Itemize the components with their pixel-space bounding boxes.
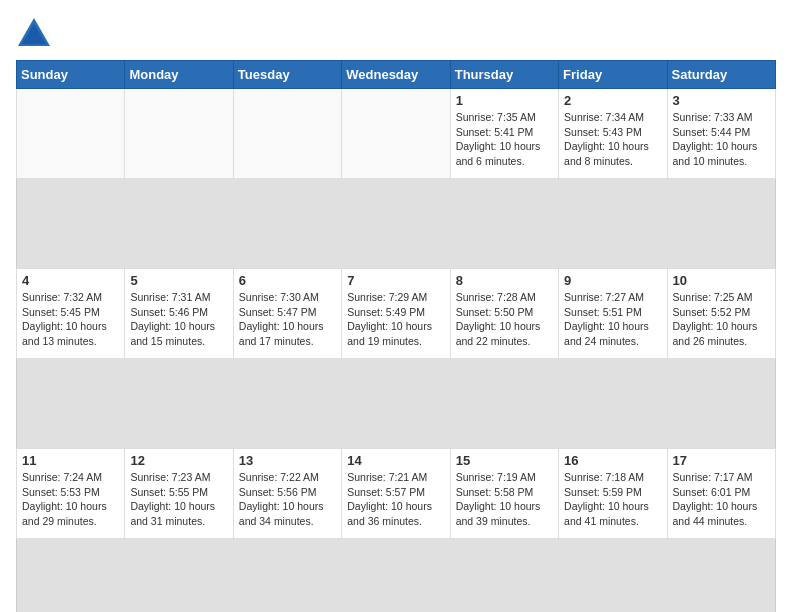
day-number: 6 xyxy=(239,273,336,288)
calendar-day-cell: 15Sunrise: 7:19 AM Sunset: 5:58 PM Dayli… xyxy=(450,449,558,539)
day-header-friday: Friday xyxy=(559,61,667,89)
day-info: Sunrise: 7:27 AM Sunset: 5:51 PM Dayligh… xyxy=(564,290,661,349)
calendar-day-cell: 4Sunrise: 7:32 AM Sunset: 5:45 PM Daylig… xyxy=(17,269,125,359)
calendar-day-cell: 11Sunrise: 7:24 AM Sunset: 5:53 PM Dayli… xyxy=(17,449,125,539)
day-number: 9 xyxy=(564,273,661,288)
calendar-table: SundayMondayTuesdayWednesdayThursdayFrid… xyxy=(16,60,776,612)
day-number: 8 xyxy=(456,273,553,288)
day-number: 1 xyxy=(456,93,553,108)
calendar-day-cell: 14Sunrise: 7:21 AM Sunset: 5:57 PM Dayli… xyxy=(342,449,450,539)
day-number: 7 xyxy=(347,273,444,288)
day-number: 15 xyxy=(456,453,553,468)
day-info: Sunrise: 7:24 AM Sunset: 5:53 PM Dayligh… xyxy=(22,470,119,529)
calendar-day-cell: 9Sunrise: 7:27 AM Sunset: 5:51 PM Daylig… xyxy=(559,269,667,359)
day-header-monday: Monday xyxy=(125,61,233,89)
calendar-week-row: 11Sunrise: 7:24 AM Sunset: 5:53 PM Dayli… xyxy=(17,449,776,539)
day-number: 10 xyxy=(673,273,770,288)
day-info: Sunrise: 7:25 AM Sunset: 5:52 PM Dayligh… xyxy=(673,290,770,349)
week-separator xyxy=(17,179,776,269)
calendar-day-cell xyxy=(233,89,341,179)
day-header-thursday: Thursday xyxy=(450,61,558,89)
day-number: 11 xyxy=(22,453,119,468)
day-info: Sunrise: 7:22 AM Sunset: 5:56 PM Dayligh… xyxy=(239,470,336,529)
calendar-day-cell: 6Sunrise: 7:30 AM Sunset: 5:47 PM Daylig… xyxy=(233,269,341,359)
day-info: Sunrise: 7:33 AM Sunset: 5:44 PM Dayligh… xyxy=(673,110,770,169)
week-separator xyxy=(17,539,776,613)
day-number: 5 xyxy=(130,273,227,288)
day-header-tuesday: Tuesday xyxy=(233,61,341,89)
calendar-day-cell xyxy=(342,89,450,179)
day-info: Sunrise: 7:17 AM Sunset: 6:01 PM Dayligh… xyxy=(673,470,770,529)
day-info: Sunrise: 7:32 AM Sunset: 5:45 PM Dayligh… xyxy=(22,290,119,349)
calendar-day-cell: 8Sunrise: 7:28 AM Sunset: 5:50 PM Daylig… xyxy=(450,269,558,359)
day-info: Sunrise: 7:18 AM Sunset: 5:59 PM Dayligh… xyxy=(564,470,661,529)
day-header-sunday: Sunday xyxy=(17,61,125,89)
day-number: 3 xyxy=(673,93,770,108)
calendar-day-cell: 7Sunrise: 7:29 AM Sunset: 5:49 PM Daylig… xyxy=(342,269,450,359)
day-header-saturday: Saturday xyxy=(667,61,775,89)
calendar-day-cell: 10Sunrise: 7:25 AM Sunset: 5:52 PM Dayli… xyxy=(667,269,775,359)
day-info: Sunrise: 7:30 AM Sunset: 5:47 PM Dayligh… xyxy=(239,290,336,349)
day-number: 16 xyxy=(564,453,661,468)
day-info: Sunrise: 7:28 AM Sunset: 5:50 PM Dayligh… xyxy=(456,290,553,349)
calendar-day-cell: 3Sunrise: 7:33 AM Sunset: 5:44 PM Daylig… xyxy=(667,89,775,179)
calendar-week-row: 1Sunrise: 7:35 AM Sunset: 5:41 PM Daylig… xyxy=(17,89,776,179)
day-info: Sunrise: 7:21 AM Sunset: 5:57 PM Dayligh… xyxy=(347,470,444,529)
day-number: 17 xyxy=(673,453,770,468)
calendar-day-cell: 17Sunrise: 7:17 AM Sunset: 6:01 PM Dayli… xyxy=(667,449,775,539)
day-info: Sunrise: 7:23 AM Sunset: 5:55 PM Dayligh… xyxy=(130,470,227,529)
calendar-day-cell: 5Sunrise: 7:31 AM Sunset: 5:46 PM Daylig… xyxy=(125,269,233,359)
calendar-day-cell: 1Sunrise: 7:35 AM Sunset: 5:41 PM Daylig… xyxy=(450,89,558,179)
calendar-day-cell xyxy=(125,89,233,179)
calendar-week-row: 4Sunrise: 7:32 AM Sunset: 5:45 PM Daylig… xyxy=(17,269,776,359)
day-info: Sunrise: 7:35 AM Sunset: 5:41 PM Dayligh… xyxy=(456,110,553,169)
day-number: 13 xyxy=(239,453,336,468)
day-header-wednesday: Wednesday xyxy=(342,61,450,89)
calendar-day-cell: 13Sunrise: 7:22 AM Sunset: 5:56 PM Dayli… xyxy=(233,449,341,539)
day-number: 4 xyxy=(22,273,119,288)
day-info: Sunrise: 7:31 AM Sunset: 5:46 PM Dayligh… xyxy=(130,290,227,349)
calendar-day-cell: 12Sunrise: 7:23 AM Sunset: 5:55 PM Dayli… xyxy=(125,449,233,539)
calendar-header-row: SundayMondayTuesdayWednesdayThursdayFrid… xyxy=(17,61,776,89)
calendar-day-cell: 2Sunrise: 7:34 AM Sunset: 5:43 PM Daylig… xyxy=(559,89,667,179)
page-header xyxy=(16,16,776,52)
week-separator xyxy=(17,359,776,449)
day-number: 14 xyxy=(347,453,444,468)
day-info: Sunrise: 7:34 AM Sunset: 5:43 PM Dayligh… xyxy=(564,110,661,169)
logo xyxy=(16,16,54,52)
calendar-day-cell xyxy=(17,89,125,179)
calendar-day-cell: 16Sunrise: 7:18 AM Sunset: 5:59 PM Dayli… xyxy=(559,449,667,539)
logo-icon xyxy=(16,16,52,52)
day-info: Sunrise: 7:19 AM Sunset: 5:58 PM Dayligh… xyxy=(456,470,553,529)
day-number: 2 xyxy=(564,93,661,108)
day-number: 12 xyxy=(130,453,227,468)
day-info: Sunrise: 7:29 AM Sunset: 5:49 PM Dayligh… xyxy=(347,290,444,349)
